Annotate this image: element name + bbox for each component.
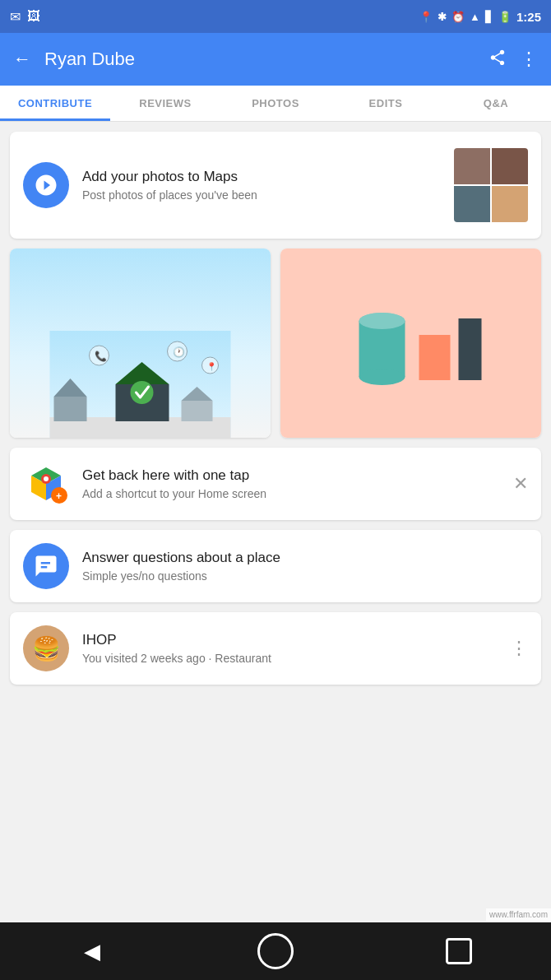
add-photos-icon — [23, 162, 69, 208]
alarm-icon: ⏰ — [451, 11, 465, 23]
shortcut-inner: + Get back here with one tap Add a short… — [10, 448, 541, 520]
answer-subtitle: Simple yes/no questions — [82, 569, 280, 583]
bluetooth-icon: ✱ — [438, 11, 447, 23]
add-photos-subtitle: Post photos of places you've been — [82, 188, 441, 202]
add-photos-title: Add your photos to Maps — [82, 169, 441, 185]
svg-text:🕐: 🕐 — [173, 346, 185, 358]
tab-reviews[interactable]: REVIEWS — [110, 86, 220, 121]
home-circle-icon — [257, 933, 294, 969]
location-icon: 📍 — [419, 11, 433, 23]
photos-icon: 🖼 — [27, 9, 40, 24]
uncover-image — [280, 248, 541, 438]
app-bar-title: Ryan Dube — [44, 49, 475, 70]
svg-rect-17 — [359, 321, 405, 377]
tab-photos[interactable]: PHOTOS — [220, 86, 331, 121]
clock: 1:25 — [516, 10, 541, 24]
tab-contribute[interactable]: CONTRIBUTE — [0, 86, 110, 121]
check-facts-image: 📞 🕐 📍 — [10, 248, 271, 438]
status-bar-left: ✉ 🖼 — [10, 9, 40, 25]
place-more-options[interactable]: ⋮ — [510, 638, 528, 659]
dismiss-shortcut-button[interactable]: ✕ — [513, 473, 528, 495]
wifi-icon: ▲ — [470, 11, 480, 23]
check-facts-card[interactable]: 📞 🕐 📍 Check the facts Verify info that p… — [10, 248, 271, 438]
svg-point-27 — [44, 476, 49, 481]
add-photos-inner: Add your photos to Maps Post photos of p… — [10, 132, 541, 239]
add-photos-text: Add your photos to Maps Post photos of p… — [82, 169, 441, 202]
photo-cell-2 — [492, 148, 528, 184]
home-nav-button[interactable] — [251, 927, 300, 976]
answer-title: Answer questions about a place — [82, 550, 280, 566]
back-nav-button[interactable]: ◀ — [67, 927, 117, 976]
svg-point-19 — [359, 313, 405, 329]
add-photos-card[interactable]: Add your photos to Maps Post photos of p… — [10, 132, 541, 239]
main-content: Add your photos to Maps Post photos of p… — [0, 122, 551, 694]
tab-edits[interactable]: EDITS — [331, 86, 441, 121]
svg-point-6 — [131, 381, 154, 404]
recent-nav-button[interactable] — [434, 927, 484, 976]
shortcut-text: Get back here with one tap Add a shortcu… — [82, 467, 500, 500]
place-thumbnail: 🍔 — [23, 625, 69, 671]
answer-questions-card[interactable]: Answer questions about a place Simple ye… — [10, 530, 541, 602]
gmail-icon: ✉ — [10, 9, 21, 25]
svg-rect-7 — [182, 401, 213, 421]
svg-text:+: + — [56, 490, 62, 502]
app-bar: ← Ryan Dube ⋮ — [0, 33, 551, 86]
photo-collage — [454, 148, 528, 222]
tab-qa[interactable]: Q&A — [441, 86, 551, 121]
share-button[interactable] — [488, 49, 507, 71]
photo-cell-3 — [454, 186, 490, 222]
shortcut-title: Get back here with one tap — [82, 467, 500, 484]
status-bar: ✉ 🖼 📍 ✱ ⏰ ▲ ▋ 🔋 1:25 — [0, 0, 551, 33]
back-nav-icon: ◀ — [84, 939, 100, 964]
svg-point-18 — [359, 369, 405, 385]
svg-rect-21 — [459, 318, 482, 380]
svg-rect-20 — [419, 335, 451, 380]
place-meta: You visited 2 weeks ago · Restaurant — [82, 652, 497, 665]
shortcut-card[interactable]: + Get back here with one tap Add a short… — [10, 448, 541, 520]
photo-cell-4 — [492, 186, 528, 222]
back-button[interactable]: ← — [13, 49, 31, 70]
uncover-missing-card[interactable]: Uncover missing Discover places nea info… — [280, 248, 541, 438]
answer-inner: Answer questions about a place Simple ye… — [10, 530, 541, 602]
more-options-button[interactable]: ⋮ — [520, 49, 538, 70]
tabs-bar: CONTRIBUTE REVIEWS PHOTOS EDITS Q&A — [0, 86, 551, 122]
battery-icon: 🔋 — [498, 11, 512, 23]
photo-cell-1 — [454, 148, 490, 184]
place-card-inner: 🍔 IHOP You visited 2 weeks ago · Restaur… — [10, 612, 541, 685]
answer-text: Answer questions about a place Simple ye… — [82, 550, 280, 583]
maps-icon: + — [23, 461, 69, 507]
svg-rect-2 — [54, 397, 87, 421]
svg-text:📍: 📍 — [206, 361, 217, 372]
signal-icon: ▋ — [485, 11, 493, 23]
answer-icon — [23, 543, 69, 589]
recent-square-icon — [446, 938, 472, 964]
bottom-navigation: ◀ — [0, 922, 551, 980]
watermark: www.ffrfam.com — [486, 908, 551, 921]
place-name: IHOP — [82, 632, 497, 648]
place-text: IHOP You visited 2 weeks ago · Restauran… — [82, 632, 497, 665]
status-bar-right: 📍 ✱ ⏰ ▲ ▋ 🔋 1:25 — [419, 10, 541, 24]
shortcut-subtitle: Add a shortcut to your Home screen — [82, 487, 500, 500]
feature-cards-row: 📞 🕐 📍 Check the facts Verify info that p… — [10, 248, 541, 438]
svg-text:📞: 📞 — [95, 350, 107, 362]
place-card-ihop[interactable]: 🍔 IHOP You visited 2 weeks ago · Restaur… — [10, 612, 541, 685]
